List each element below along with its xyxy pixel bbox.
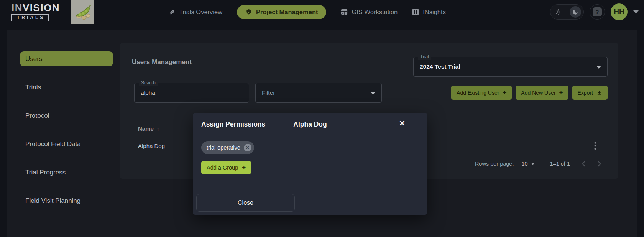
sidebar-item-field-visit-planning[interactable]: Field Visit Planning [20, 193, 113, 208]
sidebar: Users Trials Protocol Protocol Field Dat… [20, 51, 113, 222]
cell-name: Alpha Dog [138, 143, 165, 149]
filter-select[interactable]: Filter [255, 83, 382, 103]
nav-item-trials-overview[interactable]: Trials Overview [169, 8, 222, 16]
sort-asc-icon[interactable]: ↑ [157, 125, 160, 132]
nav-item-insights[interactable]: INsights [412, 8, 446, 16]
theme-toggle[interactable] [550, 4, 584, 20]
nav-item-project-management[interactable]: Project Management [237, 5, 326, 19]
filter-select-label: Filter [262, 83, 275, 102]
column-header-name[interactable]: Name [138, 125, 154, 132]
rows-per-page-select[interactable]: 10 [521, 161, 534, 167]
logo-title-suffix: VISION [23, 2, 60, 13]
chevron-down-icon[interactable] [633, 10, 639, 13]
logo-title-prefix: IN [12, 2, 23, 13]
add-existing-user-button[interactable]: Add Existing User + [451, 86, 512, 100]
nav-label: Trials Overview [179, 8, 222, 16]
button-label: Export [578, 90, 593, 96]
row-actions-menu-button[interactable] [594, 142, 596, 151]
top-bar: INVISION TRIALS Trials Overview Project … [0, 0, 644, 24]
sidebar-item-protocol-field-data[interactable]: Protocol Field Data [20, 137, 113, 151]
nav-label: INsights [423, 8, 446, 16]
plus-icon: + [503, 89, 506, 97]
pagination-range: 1–1 of 1 [550, 161, 570, 167]
assign-permissions-modal: Assign Permissions Alpha Dog ✕ trial-ope… [193, 113, 427, 215]
add-new-user-button[interactable]: Add New User + [516, 86, 568, 100]
chip-remove-button[interactable]: ✕ [244, 144, 251, 151]
rows-per-page-value: 10 [521, 161, 527, 167]
pagination-next-button[interactable] [597, 160, 601, 167]
plus-icon: + [242, 164, 246, 171]
modal-divider [193, 185, 427, 185]
page-title: Users Management [132, 58, 192, 66]
search-field[interactable]: Search [134, 83, 249, 103]
help-button[interactable]: ? [590, 4, 605, 20]
top-right-controls: ? HH [550, 0, 639, 24]
logo-title: INVISION [12, 3, 60, 13]
soybean-illustration [73, 2, 93, 22]
chevron-down-icon [531, 163, 535, 165]
sun-icon[interactable] [554, 8, 562, 16]
crop-logo-image [71, 0, 94, 24]
moon-icon[interactable] [570, 6, 581, 18]
export-button[interactable]: Export [572, 86, 608, 100]
group-chip: trial-operative ✕ [201, 141, 254, 154]
close-button[interactable]: Close [196, 194, 295, 212]
add-a-group-button[interactable]: Add a Group + [201, 161, 251, 174]
plus-icon: + [559, 89, 563, 97]
nav-label: Project Management [256, 8, 318, 16]
trial-select-value: 2024 Test Trial [420, 57, 575, 76]
logo-subtitle-badge: TRIALS [12, 14, 49, 21]
sliders-icon [412, 8, 419, 15]
trial-select[interactable]: Trial 2024 Test Trial [413, 57, 608, 77]
main-nav: Trials Overview Project Management x GIS… [169, 0, 446, 24]
group-chip-label: trial-operative [207, 145, 240, 151]
action-buttons: Add Existing User + Add New User + Expor… [451, 86, 608, 100]
modal-subject-name: Alpha Dog [193, 120, 427, 128]
download-icon [596, 90, 602, 96]
search-input[interactable] [141, 83, 232, 102]
nav-item-gis-workstation[interactable]: x GIS Workstation [341, 8, 398, 16]
grid-icon: x [341, 8, 348, 15]
sidebar-item-trials[interactable]: Trials [20, 80, 113, 95]
rows-per-page-label: Rows per page: [475, 161, 514, 167]
sidebar-item-users[interactable]: Users [20, 51, 113, 66]
leaf-icon [169, 9, 175, 15]
button-label: Add New User [521, 90, 555, 96]
sidebar-item-protocol[interactable]: Protocol [20, 108, 113, 123]
sidebar-item-trial-progress[interactable]: Trial Progress [20, 165, 113, 180]
shield-icon [245, 8, 252, 15]
button-label: Add Existing User [457, 90, 499, 96]
avatar[interactable]: HH [611, 3, 628, 20]
button-label: Add a Group [207, 165, 238, 171]
close-icon[interactable]: ✕ [399, 119, 405, 128]
chevron-down-icon [371, 92, 375, 95]
app-logo: INVISION TRIALS [12, 3, 60, 21]
pagination-prev-button[interactable] [582, 160, 586, 167]
question-mark-icon: ? [593, 7, 602, 16]
nav-label: GIS Workstation [352, 8, 398, 16]
chevron-down-icon [596, 66, 601, 69]
